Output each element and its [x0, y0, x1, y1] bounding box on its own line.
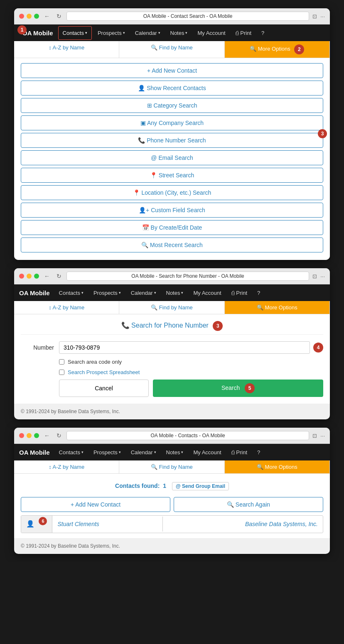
- share-icon-3[interactable]: ⊡: [312, 433, 317, 439]
- nav-print-3[interactable]: ⎙ Print: [227, 446, 251, 459]
- nav-myaccount-3[interactable]: My Account: [189, 446, 225, 459]
- nav-prospects-1[interactable]: Prospects ▾: [93, 27, 129, 39]
- search-again-btn[interactable]: 🔍 Search Again: [174, 497, 323, 512]
- nav-myaccount-2[interactable]: My Account: [189, 286, 225, 299]
- nav-print-1[interactable]: ⎙ Print: [231, 27, 256, 39]
- nav-calendar-2[interactable]: Calendar ▾: [127, 286, 160, 299]
- prospect-spreadsheet-checkbox[interactable]: [59, 370, 64, 375]
- badge-1: 1: [17, 25, 27, 34]
- contact-result-row[interactable]: 👤 6 Stuart Clements Baseline Data System…: [21, 515, 323, 533]
- tab-az-1[interactable]: ↕ A-Z by Name: [14, 41, 119, 58]
- phone-search-btn[interactable]: 📞 Phone Number Search 3: [21, 133, 323, 148]
- tab-az-3[interactable]: ↕ A-Z by Name: [14, 460, 119, 473]
- nav-calendar-3[interactable]: Calendar ▾: [127, 446, 160, 459]
- custom-field-search-btn[interactable]: 👤+ Custom Field Search: [21, 203, 323, 218]
- location-search-btn[interactable]: 📍 Location (City, etc.) Search: [21, 185, 323, 200]
- menu-icon[interactable]: ···: [320, 13, 325, 20]
- maximize-button[interactable]: [34, 14, 39, 19]
- nav-help-1[interactable]: ?: [257, 27, 268, 39]
- cancel-button[interactable]: Cancel: [59, 380, 149, 397]
- category-search-btn[interactable]: ⊞ Category Search: [21, 98, 323, 113]
- refresh-button-2[interactable]: ↻: [55, 272, 63, 280]
- address-bar-2[interactable]: OA Mobile - Search for Phone Number - OA…: [66, 272, 309, 281]
- nav-notes-1[interactable]: Notes ▾: [166, 27, 192, 39]
- results-content: Contacts found: 1 @ Send Group Email + A…: [14, 474, 330, 538]
- tab-more-1[interactable]: 🔍 More Options 2: [225, 41, 330, 58]
- browser-window-3: ← ↻ OA Mobile - Contacts - OA Mobile ⊡ ·…: [14, 428, 330, 554]
- company-search-btn[interactable]: ▣ Any Company Search: [21, 115, 323, 130]
- close-button[interactable]: [19, 14, 24, 19]
- app-brand-3: OA Mobile: [19, 449, 50, 456]
- search-button[interactable]: Search 5: [153, 380, 323, 397]
- tab-bar-3: ↕ A-Z by Name 🔍 Find by Name 🔍 More Opti…: [14, 460, 330, 474]
- refresh-button[interactable]: ↻: [55, 12, 63, 20]
- badge-3: 3: [213, 321, 223, 331]
- share-icon-2[interactable]: ⊡: [312, 273, 317, 279]
- street-search-btn[interactable]: 📍 Street Search: [21, 168, 323, 183]
- tab-find-3[interactable]: 🔍 Find by Name: [119, 460, 224, 473]
- browser-window-2: ← ↻ OA Mobile - Search for Phone Number …: [14, 268, 330, 419]
- close-button-3[interactable]: [19, 433, 24, 438]
- area-code-checkbox[interactable]: [59, 359, 64, 365]
- nav-contacts-1[interactable]: Contacts ▾: [58, 26, 92, 40]
- contacts-found-header: Contacts found: 1 @ Send Group Email: [21, 479, 323, 494]
- nav-notes-3[interactable]: Notes ▾: [162, 446, 188, 459]
- nav-contacts-3[interactable]: Contacts ▾: [55, 446, 88, 459]
- most-recent-search-btn[interactable]: 🔍 Most Recent Search: [21, 238, 323, 252]
- nav-print-2[interactable]: ⎙ Print: [227, 286, 251, 299]
- notes-caret: ▾: [185, 31, 187, 35]
- nav-help-2[interactable]: ?: [253, 286, 264, 299]
- send-group-email-btn[interactable]: @ Send Group Email: [172, 482, 229, 490]
- nav-calendar-1[interactable]: Calendar ▾: [131, 27, 165, 39]
- maximize-button-2[interactable]: [34, 274, 39, 279]
- add-new-contact-btn-3[interactable]: + Add New Contact: [21, 497, 170, 512]
- maximize-button-3[interactable]: [34, 433, 39, 438]
- tab-bar-2: ↕ A-Z by Name 🔍 Find by Name 🔍 More Opti…: [14, 301, 330, 314]
- tab-az-2[interactable]: ↕ A-Z by Name: [14, 301, 119, 314]
- traffic-lights-3: [19, 433, 39, 438]
- address-bar-1[interactable]: OA Mobile - Contact Search - OA Mobile: [66, 12, 309, 21]
- back-button-2[interactable]: ←: [42, 272, 52, 280]
- nav-contacts-2[interactable]: Contacts ▾: [55, 286, 88, 299]
- tab-find-2[interactable]: 🔍 Find by Name: [119, 301, 224, 314]
- back-button-3[interactable]: ←: [42, 431, 52, 440]
- minimize-button[interactable]: [27, 14, 32, 19]
- close-button-2[interactable]: [19, 274, 24, 279]
- address-bar-3[interactable]: OA Mobile - Contacts - OA Mobile: [66, 431, 309, 440]
- add-new-contact-btn[interactable]: + Add New Contact: [21, 63, 323, 78]
- contact-company[interactable]: Baseline Data Systems, Inc.: [162, 517, 323, 531]
- menu-icon-3[interactable]: ···: [320, 433, 325, 439]
- refresh-button-3[interactable]: ↻: [55, 431, 63, 440]
- number-row: Number 4: [21, 341, 323, 354]
- contact-name[interactable]: Stuart Clements: [52, 517, 162, 531]
- traffic-lights-2: [19, 274, 39, 279]
- share-icon[interactable]: ⊡: [312, 13, 317, 20]
- tab-find-1[interactable]: 🔍 Find by Name: [119, 41, 224, 58]
- footer-3: © 1991-2024 by Baseline Data Systems, In…: [14, 538, 330, 554]
- browser-chrome-3: ← ↻ OA Mobile - Contacts - OA Mobile ⊡ ·…: [14, 428, 330, 444]
- minimize-button-3[interactable]: [27, 433, 32, 438]
- calendar-caret: ▾: [158, 31, 160, 35]
- by-date-search-btn[interactable]: 📅 By Create/Edit Date: [21, 220, 323, 235]
- badge-4: 4: [313, 343, 323, 353]
- email-search-btn[interactable]: @ Email Search: [21, 150, 323, 165]
- form-title: 📞 Search for Phone Number 3: [21, 321, 323, 335]
- nav-help-3[interactable]: ?: [253, 446, 264, 459]
- nav-myaccount-1[interactable]: My Account: [193, 27, 229, 39]
- nav-prospects-2[interactable]: Prospects ▾: [89, 286, 125, 299]
- browser-chrome-1: ← ↻ OA Mobile - Contact Search - OA Mobi…: [14, 8, 330, 24]
- number-input[interactable]: [59, 341, 310, 354]
- app-nav-1: 1 OA Mobile Contacts ▾ Prospects ▾ Calen…: [14, 24, 330, 41]
- menu-icon-2[interactable]: ···: [320, 273, 325, 279]
- app-brand-1: OA Mobile: [22, 29, 53, 37]
- app-nav-3: OA Mobile Contacts ▾ Prospects ▾ Calenda…: [14, 444, 330, 460]
- tab-more-3[interactable]: 🔍 More Options: [225, 460, 330, 473]
- minimize-button-2[interactable]: [27, 274, 32, 279]
- tab-more-2[interactable]: 🔍 More Options: [225, 301, 330, 314]
- tab-bar-1: ↕ A-Z by Name 🔍 Find by Name 🔍 More Opti…: [14, 41, 330, 58]
- nav-prospects-3[interactable]: Prospects ▾: [89, 446, 125, 459]
- nav-notes-2[interactable]: Notes ▾: [162, 286, 188, 299]
- back-button[interactable]: ←: [42, 12, 52, 20]
- show-recent-contacts-btn[interactable]: 👤 Show Recent Contacts: [21, 81, 323, 95]
- contacts-caret: ▾: [85, 31, 87, 35]
